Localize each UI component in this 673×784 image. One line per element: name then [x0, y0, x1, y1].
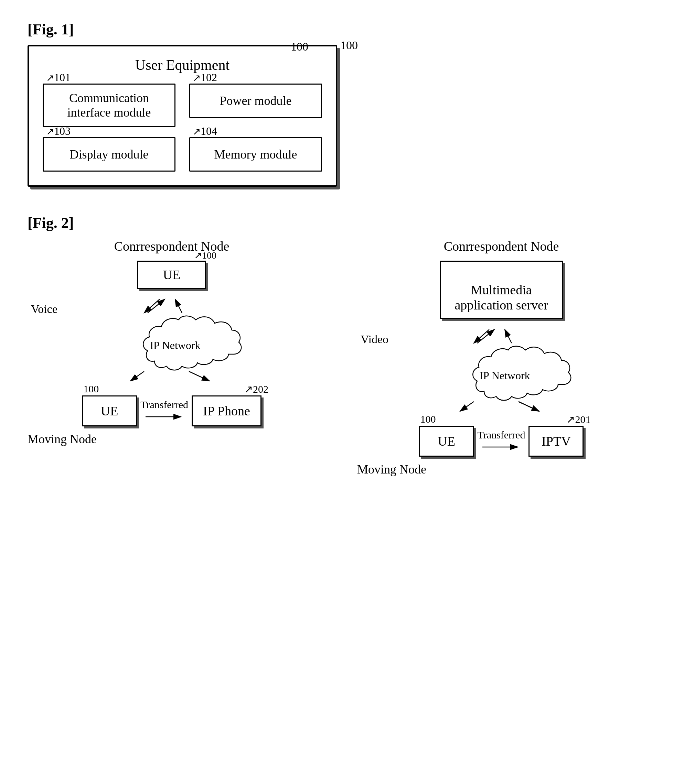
module-box-power: Power module [189, 84, 322, 118]
fig2-right-iptv: IPTV [528, 426, 584, 457]
fig2-right-ue-ref: 100 [421, 413, 436, 425]
svg-line-1 [175, 299, 182, 313]
module-power: ↗102 Power module [189, 84, 322, 127]
fig2-left-cn: Conrrespondent Node [28, 239, 316, 254]
fig2-label: [Fig. 2] [28, 214, 645, 232]
fig2-left-top-ref: ↗100 [194, 250, 217, 261]
fig2-right-iptv-wrapper: ↗201 IPTV [528, 426, 584, 457]
fig2-panels: Conrrespondent Node ↗100 UE Voice [28, 239, 645, 477]
fig2-right-top-wrapper: Multimedia application server [357, 261, 645, 319]
svg-line-18 [474, 330, 489, 343]
ue-box: 100 User Equipment ↗101 Communication in… [28, 45, 337, 187]
ue-title: User Equipment [43, 57, 322, 73]
fig2-left-moving-node: Moving Node [28, 432, 316, 446]
fig2-right-cloud-area: Video [357, 322, 645, 419]
fig2-right-iptv-ref: ↗201 [566, 413, 590, 425]
fig2-section: [Fig. 2] Conrrespondent Node ↗100 UE Voi… [28, 214, 645, 477]
fig2-right-panel: Conrrespondent Node Multimedia applicati… [357, 239, 645, 477]
fig2-left-arrow-svg [144, 411, 185, 423]
module-memory: ↗104 Memory module [189, 137, 322, 171]
fig1-label: [Fig. 1] [28, 21, 645, 38]
svg-line-23 [519, 401, 539, 411]
fig2-left-ipphone-wrapper: ↗202 IP Phone [192, 395, 262, 426]
fig2-left-panel: Conrrespondent Node ↗100 UE Voice [28, 239, 316, 477]
svg-line-17 [505, 330, 512, 343]
module-ref-103: ↗103 [46, 125, 70, 138]
fig2-right-cn: Conrrespondent Node [357, 239, 645, 254]
svg-line-0 [148, 299, 165, 313]
fig2-right-bottom-row: 100 UE Transferred [357, 426, 645, 457]
svg-line-16 [477, 330, 494, 343]
fig2-left-ue-ref: 100 [83, 383, 99, 395]
module-display: ↗103 Display module [43, 137, 176, 171]
fig2-left-transferred: Transferred [140, 399, 188, 411]
svg-text:IP Network: IP Network [479, 369, 530, 382]
module-comm: ↗101 Communication interface module [43, 84, 176, 127]
module-ref-101: ↗101 [46, 71, 70, 84]
module-box-display: Display module [43, 137, 176, 171]
fig2-left-voice-label: Voice [31, 303, 58, 316]
fig2-left-ue-box: UE [137, 261, 206, 289]
fig2-left-cloud-area: Voice [28, 292, 316, 389]
fig2-right-transferred: Transferred [478, 429, 525, 441]
fig2-left-ipphone: IP Phone [192, 395, 262, 426]
ue-ref-100: 100 [340, 39, 358, 52]
fig2-left-ue: UE [82, 395, 137, 426]
fig2-right-cloud-svg: IP Network [415, 322, 587, 419]
fig2-right-server-box: Multimedia application server [440, 261, 562, 319]
fig1-section: [Fig. 1] 100 100 User Equipment ↗101 Com… [28, 21, 645, 187]
fig2-right-arrow: Transferred [478, 429, 525, 453]
ue-ref: 100 [291, 40, 308, 53]
fig2-left-bottom-row: 100 UE Transferred [28, 395, 316, 426]
fig2-left-top-wrapper: ↗100 UE [28, 261, 316, 289]
svg-line-6 [131, 371, 144, 381]
fig2-right-video-label: Video [361, 333, 388, 346]
fig2-right-ue-wrapper: 100 UE [419, 426, 474, 457]
module-box-memory: Memory module [189, 137, 322, 171]
modules-grid: ↗101 Communication interface module ↗102… [43, 84, 322, 171]
fig2-left-ue-wrapper: 100 UE [82, 395, 137, 426]
fig2-right-arrow-svg [481, 441, 522, 453]
fig2-right-ue: UE [419, 426, 474, 457]
svg-line-2 [144, 299, 160, 313]
fig2-left-ipphone-ref: ↗202 [244, 383, 268, 395]
fig2-left-cloud-svg: IP Network [86, 292, 258, 389]
svg-line-7 [189, 371, 210, 381]
svg-text:IP Network: IP Network [150, 339, 200, 352]
fig2-right-moving-node: Moving Node [357, 462, 645, 477]
module-box-comm: Communication interface module [43, 84, 176, 127]
svg-line-20 [460, 401, 474, 411]
module-ref-104: ↗104 [193, 125, 217, 138]
fig2-left-arrow: Transferred [140, 399, 188, 423]
module-ref-102: ↗102 [193, 71, 217, 84]
